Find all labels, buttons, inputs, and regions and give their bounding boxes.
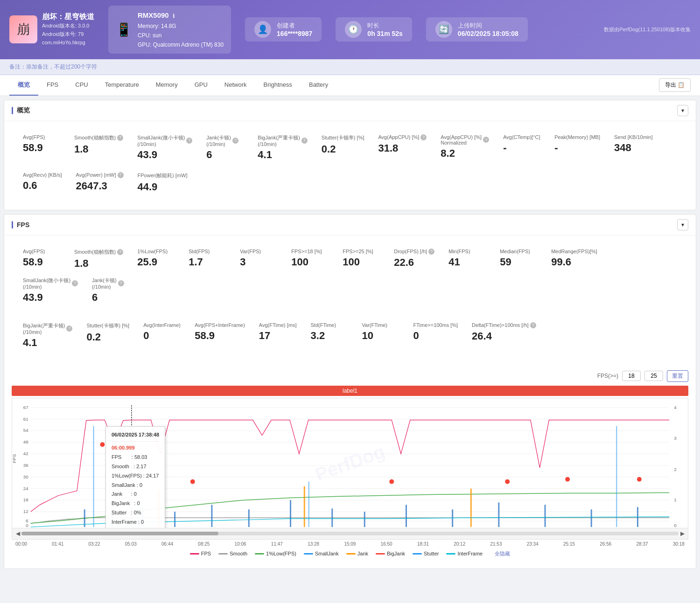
export-button[interactable]: 导出 📋 [659, 78, 691, 92]
fps-smooth-help[interactable]: ? [117, 249, 123, 255]
fps-stats-container: Avg(FPS) 58.9 Smooth(稳帧指数) ? 1.8 1%Low(F… [4, 236, 696, 366]
fps-stutter-label: Stutter(卡顿率) [%] [86, 322, 129, 329]
scroll-left-arrow[interactable]: ◀ [14, 530, 21, 537]
legend-bigjank[interactable]: BigJank [376, 551, 405, 556]
legend-interframe-label: InterFrame [457, 551, 483, 556]
tab-battery[interactable]: Battery [301, 76, 336, 95]
bigjank-help-icon[interactable]: ? [301, 138, 308, 144]
scroll-right-arrow[interactable]: ▶ [679, 530, 686, 537]
fps-interframe-label: Avg(InterFrame) [143, 322, 181, 328]
fps-delta-ftime-value: 26.4 [472, 330, 536, 342]
creator-value: 166****8987 [277, 30, 312, 37]
duration-icon: 🕐 [345, 21, 362, 38]
fps-delta-help[interactable]: ? [530, 322, 536, 328]
svg-point-50 [190, 479, 195, 484]
app-details: 崩坏：星穹铁道 Android版本名: 3.0.0 Android版本号: 79… [42, 12, 94, 47]
power-help-icon[interactable]: ? [118, 172, 124, 178]
legend-hide-all[interactable]: 全隐藏 [495, 550, 510, 557]
svg-text:18: 18 [23, 497, 29, 502]
fps-jank-help[interactable]: ? [118, 280, 124, 286]
duration-content: 时长 0h 31m 52s [367, 21, 403, 37]
fps-collapse[interactable]: ▾ [677, 219, 688, 230]
tab-network[interactable]: Network [216, 76, 255, 95]
tab-gpu[interactable]: GPU [186, 76, 216, 95]
stat-value-fpower: 44.9 [138, 181, 188, 193]
legend-1low-dot [255, 553, 264, 554]
scrollbar-track[interactable] [21, 532, 679, 535]
svg-rect-37 [290, 500, 291, 527]
duration-value: 0h 31m 52s [367, 30, 403, 37]
smalljank-help-icon[interactable]: ? [186, 138, 192, 144]
chart-area[interactable]: PerfDog 67 61 54 [12, 398, 688, 528]
legend-interframe[interactable]: InterFrame [446, 551, 483, 556]
legend-jank[interactable]: Jank [346, 551, 368, 556]
data-source: 数据由PerfDog(11.1.250108)版本收集 [604, 26, 691, 33]
legend-fps-label: FPS [201, 551, 211, 556]
tooltip-time: 06:00.999 [112, 444, 159, 453]
legend-1low[interactable]: 1%Low(FPS) [255, 551, 296, 556]
fps-avg-label: Avg(FPS) [23, 249, 60, 254]
tab-memory[interactable]: Memory [147, 76, 186, 95]
chart-reset-button[interactable]: 重置 [667, 370, 688, 382]
tab-cpu[interactable]: CPU [67, 76, 96, 95]
svg-point-54 [637, 477, 642, 481]
fps-std-ftime-label: Std(FTime) [311, 322, 348, 328]
app-name: 崩坏：星穹铁道 [42, 12, 94, 22]
fps-ftime-value: 17 [259, 330, 297, 342]
tab-temperature[interactable]: Temperature [97, 76, 147, 95]
scrollbar-area[interactable]: ◀ ▶ [12, 528, 688, 540]
stat-label-smooth: Smooth(稳帧指数) ? [74, 134, 123, 141]
stat-label-appcpu: Avg(AppCPU) [%] ? [378, 134, 427, 140]
fps-delta-ftime: Delta(FTime)>100ms [/h] ? 26.4 [472, 322, 536, 349]
fps-stutter-value: 0.2 [86, 331, 129, 343]
fps-gte25-label: FPS>=25 [%] [343, 249, 380, 254]
fps-25-input[interactable] [644, 371, 663, 381]
overview-stats-grid1: Avg(FPS) 58.9 Smooth(稳帧指数) ? 1.8 SmallJa… [14, 127, 686, 176]
stat-fpower: FPower(帧能耗) [mW] 44.9 [138, 172, 188, 193]
legend-smooth[interactable]: Smooth [218, 551, 247, 556]
fps-var-value: 3 [240, 256, 277, 268]
stat-power: Avg(Power) [mW] ? 2647.3 [76, 172, 124, 193]
fps-bigjank-help[interactable]: ? [66, 326, 72, 332]
fps-gte25-value: 100 [343, 256, 380, 268]
fps-ftime-100ms: FTime>=100ms [%] 0 [413, 322, 458, 349]
x-label-18: 30:18 [673, 541, 685, 547]
svg-rect-57 [616, 426, 617, 527]
stat-label-smalljank: SmallJank(微小卡顿)(/10min) ? [137, 134, 192, 147]
tab-overview[interactable]: 概览 [9, 75, 38, 96]
fps-smalljank-help[interactable]: ? [72, 280, 78, 286]
app-info: 崩 崩坏：星穹铁道 Android版本名: 3.0.0 Android版本号: … [9, 12, 94, 47]
tab-fps[interactable]: FPS [38, 76, 67, 95]
device-details: RMX5090 ℹ Memory: 14.8G CPU: sun GPU: Qu… [138, 9, 224, 50]
legend-smalljank[interactable]: SmallJank [304, 551, 339, 556]
overview-section: 概览 ▾ Avg(FPS) 58.9 Smooth(稳帧指数) ? 1.8 Sm… [4, 100, 696, 210]
appcpu-norm-help-icon[interactable]: ? [483, 137, 489, 143]
fps-median: Median(FPS) 59 [500, 249, 537, 270]
fps-ftime-100ms-label: FTime>=100ms [%] [413, 322, 458, 328]
legend-fps-dot [190, 553, 199, 554]
stat-label-peakmem: Peak(Memory) [MB] [554, 134, 600, 140]
appcpu-help-icon[interactable]: ? [420, 134, 427, 140]
creator-content: 创建者 166****8987 [277, 21, 312, 37]
legend-fps[interactable]: FPS [190, 551, 211, 556]
fps-stats-row1: Avg(FPS) 58.9 Smooth(稳帧指数) ? 1.8 1%Low(F… [14, 241, 686, 319]
tab-brightness[interactable]: Brightness [255, 76, 301, 95]
legend-stutter[interactable]: Stutter [413, 551, 439, 556]
svg-rect-34 [174, 512, 175, 527]
svg-point-52 [505, 479, 510, 484]
scrollbar-thumb[interactable] [21, 532, 218, 535]
smooth-help-icon[interactable]: ? [117, 135, 123, 141]
x-label-10: 16:50 [381, 541, 392, 547]
overview-collapse[interactable]: ▾ [677, 105, 688, 116]
fps-gte18: FPS>=18 [%] 100 [291, 249, 329, 270]
fps-ftime-100ms-value: 0 [413, 330, 458, 342]
device-icon: 📱 [116, 22, 132, 37]
fps-title: FPS [17, 221, 29, 229]
fps-drop-help[interactable]: ? [428, 249, 434, 255]
stat-avg-fps: Avg(FPS) 58.9 [23, 134, 60, 161]
jank-help-icon[interactable]: ? [232, 138, 238, 144]
overview-stats-grid2: Avg(Recv) [KB/s] 0.6 Avg(Power) [mW] ? 2… [14, 172, 686, 208]
fps-18-input[interactable] [622, 371, 641, 381]
svg-text:0: 0 [674, 523, 677, 528]
fps-ftime: Avg(FTime) [ms] 17 [259, 322, 297, 349]
